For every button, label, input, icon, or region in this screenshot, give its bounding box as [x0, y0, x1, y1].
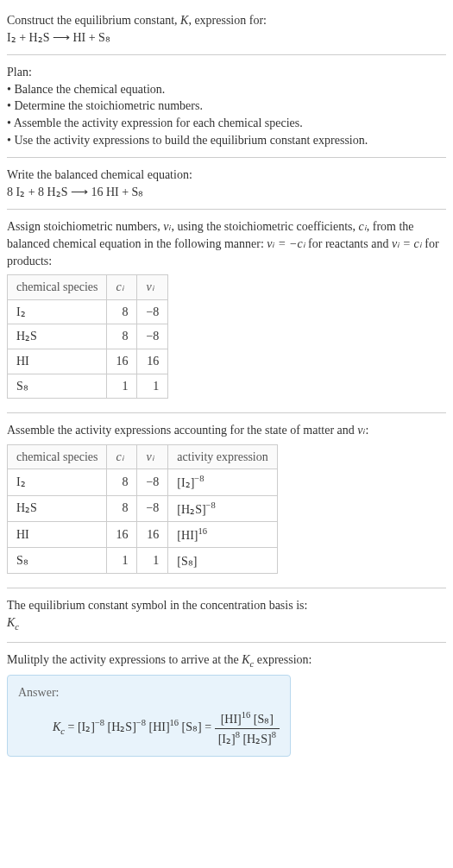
- balanced-equation: 8 I₂ + 8 H₂S ⟶ 16 HI + S₈: [7, 184, 446, 201]
- cell-species: S₈: [8, 374, 107, 399]
- divider: [7, 642, 446, 643]
- cell-ci: 8: [107, 469, 137, 495]
- plan-item-2: • Determine the stoichiometric numbers.: [7, 97, 446, 115]
- cell-nui: −8: [137, 469, 168, 495]
- cell-activity: [HI]16: [168, 521, 277, 547]
- cell-ci: 8: [107, 495, 137, 521]
- cell-activity: [S₈]: [168, 548, 277, 574]
- assemble-text-1: Assemble the activity expressions accoun…: [7, 424, 357, 437]
- assign-c: cᵢ: [359, 220, 367, 233]
- cell-activity: [I₂]−8: [168, 469, 277, 495]
- cell-nui: 16: [137, 349, 168, 374]
- assign-rel2: νᵢ = cᵢ: [392, 237, 422, 250]
- cell-nui: −8: [137, 324, 168, 349]
- cell-ci: 1: [107, 548, 137, 574]
- assemble-text-2: :: [366, 424, 369, 437]
- cell-nui: 1: [137, 548, 168, 574]
- table-row: S₈ 1 1 [S₈]: [8, 548, 278, 574]
- cell-ci: 16: [107, 521, 137, 547]
- table-row: HI 16 16: [8, 349, 168, 374]
- col-activity: activity expression: [168, 444, 277, 469]
- cell-ci: 8: [107, 299, 137, 324]
- divider: [7, 588, 446, 588]
- cell-nui: 16: [137, 521, 168, 547]
- prompt-K: K: [180, 14, 188, 27]
- cell-species: I₂: [8, 469, 107, 495]
- cell-species: I₂: [8, 299, 107, 324]
- answer-label: Answer:: [18, 684, 280, 701]
- answer-expression: Kc = [I₂]−8 [H₂S]−8 [HI]16 [S₈] = [HI]16…: [53, 709, 280, 747]
- prompt-text-1: Construct the equilibrium constant,: [7, 14, 180, 27]
- fraction: [HI]16 [S₈][I₂]8 [H₂S]8: [215, 709, 280, 747]
- activity-table: chemical species cᵢ νᵢ activity expressi…: [7, 444, 278, 575]
- prompt-text-2: , expression for:: [188, 14, 267, 27]
- assign-text-4: for reactants and: [305, 237, 392, 250]
- prompt-section: Construct the equilibrium constant, K, e…: [7, 7, 446, 51]
- plan-title: Plan:: [7, 64, 446, 81]
- symbol-section: The equilibrium constant symbol in the c…: [7, 592, 446, 638]
- divider: [7, 54, 446, 55]
- plan-item-3: • Assemble the activity expression for e…: [7, 115, 446, 132]
- assemble-nu: νᵢ: [357, 424, 365, 437]
- denominator: [I₂]8 [H₂S]8: [215, 729, 280, 747]
- cell-species: S₈: [8, 548, 107, 574]
- col-nui: νᵢ: [137, 444, 168, 469]
- symbol-kc: Kc: [7, 614, 446, 633]
- table-row: I₂ 8 −8 [I₂]−8: [8, 469, 278, 495]
- table-row: S₈ 1 1: [8, 374, 168, 399]
- cell-nui: −8: [137, 495, 168, 521]
- multiply-text-1: Mulitply the activity expressions to arr…: [7, 653, 242, 666]
- numerator: [HI]16 [S₈]: [215, 709, 280, 728]
- table-header-row: chemical species cᵢ νᵢ activity expressi…: [8, 444, 278, 469]
- plan-item-4: • Use the activity expressions to build …: [7, 132, 446, 149]
- cell-species: HI: [8, 521, 107, 547]
- balanced-section: Write the balanced chemical equation: 8 …: [7, 161, 446, 205]
- balanced-intro: Write the balanced chemical equation:: [7, 167, 446, 184]
- table-row: H₂S 8 −8: [8, 324, 168, 349]
- symbol-intro: The equilibrium constant symbol in the c…: [7, 597, 446, 614]
- plan-section: Plan: • Balance the chemical equation. •…: [7, 59, 446, 154]
- col-nui: νᵢ: [137, 275, 168, 300]
- stoichiometry-table: chemical species cᵢ νᵢ I₂ 8 −8 H₂S 8 −8 …: [7, 274, 168, 399]
- col-species: chemical species: [8, 444, 107, 469]
- col-species: chemical species: [8, 275, 107, 300]
- table-row: H₂S 8 −8 [H₂S]−8: [8, 495, 278, 521]
- cell-activity: [H₂S]−8: [168, 495, 277, 521]
- multiply-text-2: expression:: [254, 653, 311, 666]
- assign-text-2: , using the stoichiometric coefficients,: [171, 220, 358, 233]
- divider: [7, 412, 446, 413]
- assign-section: Assign stoichiometric numbers, νᵢ, using…: [7, 213, 446, 409]
- table-header-row: chemical species cᵢ νᵢ: [8, 275, 168, 300]
- cell-species: HI: [8, 349, 107, 374]
- cell-species: H₂S: [8, 324, 107, 349]
- col-ci: cᵢ: [107, 275, 137, 300]
- col-ci: cᵢ: [107, 444, 137, 469]
- table-row: I₂ 8 −8: [8, 299, 168, 324]
- multiply-section: Mulitply the activity expressions to arr…: [7, 646, 446, 762]
- divider: [7, 157, 446, 158]
- cell-ci: 16: [107, 349, 137, 374]
- unbalanced-equation: I₂ + H₂S ⟶ HI + S₈: [7, 31, 110, 44]
- cell-species: H₂S: [8, 495, 107, 521]
- table-row: HI 16 16 [HI]16: [8, 521, 278, 547]
- cell-ci: 8: [107, 324, 137, 349]
- plan-item-1: • Balance the chemical equation.: [7, 81, 446, 98]
- assemble-section: Assemble the activity expressions accoun…: [7, 417, 446, 584]
- cell-nui: 1: [137, 374, 168, 399]
- cell-ci: 1: [107, 374, 137, 399]
- divider: [7, 209, 446, 210]
- cell-nui: −8: [137, 299, 168, 324]
- assign-rel1: νᵢ = −cᵢ: [267, 237, 305, 250]
- answer-box: Answer: Kc = [I₂]−8 [H₂S]−8 [HI]16 [S₈] …: [7, 675, 291, 757]
- assign-text-1: Assign stoichiometric numbers,: [7, 220, 163, 233]
